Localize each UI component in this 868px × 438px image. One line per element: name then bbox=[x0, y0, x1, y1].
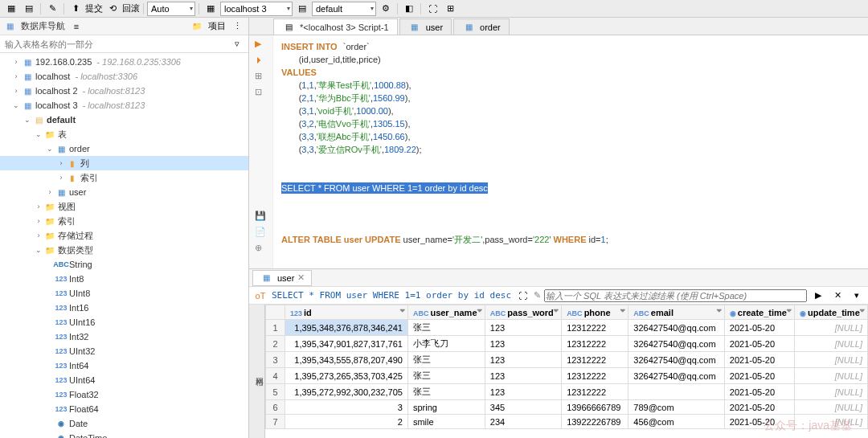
twisty-icon[interactable]: ⌄ bbox=[45, 145, 55, 153]
grid-side-tab[interactable]: 网格 bbox=[249, 305, 265, 438]
cell[interactable]: 张三 bbox=[407, 352, 485, 368]
column-header[interactable]: ◉create_time⏷ bbox=[724, 305, 794, 320]
run-icon[interactable]: ▶ bbox=[255, 39, 268, 51]
cell[interactable]: smile bbox=[407, 415, 485, 429]
table-row[interactable]: 63spring34513966666789789@com2021-05-20[… bbox=[266, 400, 868, 415]
tree-item[interactable]: 123UInt16 bbox=[0, 315, 248, 330]
tree-item[interactable]: ⌄📁数据类型 bbox=[0, 243, 248, 257]
filter-icon[interactable]: ▿ bbox=[229, 37, 245, 51]
twisty-icon[interactable]: › bbox=[34, 231, 43, 239]
cell[interactable]: 张三 bbox=[407, 368, 485, 384]
tree-item[interactable]: 123Int64 bbox=[0, 358, 248, 373]
pin-icon[interactable]: ⊕ bbox=[255, 243, 268, 256]
history-icon[interactable]: ▾ bbox=[849, 289, 865, 303]
tree-filter-input[interactable] bbox=[3, 38, 229, 51]
cell[interactable]: 326427540@qq.com bbox=[628, 320, 724, 336]
tool-icon[interactable]: ⊞ bbox=[442, 2, 458, 16]
twisty-icon[interactable]: › bbox=[56, 174, 66, 182]
cell[interactable]: 张三 bbox=[407, 384, 485, 400]
explain-icon[interactable]: ⊞ bbox=[255, 71, 268, 84]
table-row[interactable]: 21,395,347,901,827,317,761小李飞刀1231231222… bbox=[266, 336, 868, 352]
twisty-icon[interactable]: › bbox=[11, 72, 21, 80]
settings-icon[interactable]: ⚙ bbox=[378, 2, 394, 16]
cell[interactable]: 326427540@qq.com bbox=[628, 336, 724, 352]
save-icon[interactable]: 💾 bbox=[255, 211, 268, 223]
column-header[interactable]: ABCemail⏷ bbox=[628, 305, 724, 320]
tool-icon[interactable]: ✎ bbox=[44, 2, 60, 16]
cell[interactable]: 123 bbox=[485, 368, 561, 384]
cell[interactable]: [NULL] bbox=[794, 336, 867, 352]
cell[interactable]: 2021-05-20 bbox=[724, 384, 794, 400]
rollback-icon[interactable]: ⟲ bbox=[104, 2, 121, 16]
table-row[interactable]: 11,395,348,376,878,346,241张三123123122223… bbox=[266, 320, 868, 336]
stop-icon[interactable]: ⊡ bbox=[255, 87, 268, 100]
cell[interactable]: 2021-05-20 bbox=[724, 336, 794, 352]
twisty-icon[interactable]: ⌄ bbox=[34, 246, 43, 254]
tree-item[interactable]: ⌄▤default bbox=[0, 113, 248, 127]
cell[interactable]: 12312222 bbox=[562, 336, 628, 352]
cell[interactable]: 3 bbox=[285, 400, 408, 415]
filter-icon[interactable]: ⏷ bbox=[477, 307, 483, 314]
cell[interactable]: 1,395,348,376,878,346,241 bbox=[285, 320, 408, 336]
cell[interactable]: 12312222 bbox=[562, 320, 628, 336]
filter-icon[interactable]: ⏷ bbox=[620, 307, 626, 314]
cell[interactable]: 12312222 bbox=[562, 384, 628, 400]
twisty-icon[interactable]: ⌄ bbox=[11, 101, 21, 109]
row-number[interactable]: 1 bbox=[266, 320, 285, 336]
column-header[interactable]: 123id⏷ bbox=[285, 305, 408, 320]
twisty-icon[interactable]: › bbox=[11, 58, 21, 66]
cell[interactable]: [NULL] bbox=[794, 400, 867, 415]
apply-icon[interactable]: ▶ bbox=[810, 289, 826, 303]
auto-combo[interactable]: Auto bbox=[147, 2, 195, 16]
tree-item[interactable]: ABCString bbox=[0, 257, 248, 272]
tree-item[interactable]: ⌄▦localhost 3 - localhost:8123 bbox=[0, 98, 248, 113]
result-filter-input[interactable] bbox=[544, 289, 807, 302]
sql-editor[interactable]: INSERT INTO `order` (id,user_id,title,pr… bbox=[273, 35, 868, 268]
filter-icon[interactable]: ⏷ bbox=[399, 307, 406, 314]
twisty-icon[interactable]: ⌄ bbox=[34, 130, 43, 138]
cell[interactable]: 789@com bbox=[628, 400, 724, 415]
cell[interactable]: 张三 bbox=[407, 320, 485, 336]
nav-tool-icon[interactable]: ≡ bbox=[68, 19, 84, 34]
filter-icon[interactable]: ⏷ bbox=[553, 307, 559, 314]
tree-item[interactable]: ›📁存储过程 bbox=[0, 228, 248, 243]
result-tab-user[interactable]: ▦user✕ bbox=[252, 270, 312, 286]
cell[interactable]: 326427540@qq.com bbox=[628, 352, 724, 368]
twisty-icon[interactable]: › bbox=[34, 203, 43, 211]
filter-icon[interactable]: ⏷ bbox=[786, 307, 792, 314]
row-number[interactable]: 6 bbox=[266, 400, 285, 415]
cell[interactable]: 12312222 bbox=[562, 352, 628, 368]
expand-icon[interactable]: ⛶ bbox=[514, 289, 530, 303]
tree-item[interactable]: ◉DateTime bbox=[0, 431, 248, 438]
table-row[interactable]: 51,395,272,992,300,232,705张三123123122222… bbox=[266, 384, 868, 400]
cell[interactable]: 1,395,347,901,827,317,761 bbox=[285, 336, 408, 352]
tree-item[interactable]: 123UInt8 bbox=[0, 286, 248, 301]
cell[interactable]: 123 bbox=[485, 320, 561, 336]
schema-combo[interactable]: default bbox=[312, 2, 376, 16]
row-number[interactable]: 3 bbox=[266, 352, 285, 368]
cell[interactable]: [NULL] bbox=[794, 368, 867, 384]
cell[interactable]: 13966666789 bbox=[562, 400, 628, 415]
twisty-icon[interactable]: › bbox=[11, 87, 21, 95]
tree-item[interactable]: ›📁视图 bbox=[0, 199, 248, 214]
tree-item[interactable]: ⌄▦order bbox=[0, 141, 248, 156]
cell[interactable] bbox=[628, 384, 724, 400]
query-icon[interactable]: oT bbox=[252, 289, 268, 303]
column-header[interactable]: ABCphone⏷ bbox=[562, 305, 628, 320]
tree-item[interactable]: 123Float32 bbox=[0, 387, 248, 402]
tool-icon[interactable]: ◧ bbox=[401, 2, 417, 16]
tool-icon[interactable]: ▦ bbox=[3, 2, 19, 16]
cell[interactable]: 123 bbox=[485, 384, 561, 400]
filter-icon[interactable]: ⏷ bbox=[859, 307, 866, 314]
tree-item[interactable]: ›▮索引 bbox=[0, 170, 248, 185]
clear-icon[interactable]: ✕ bbox=[829, 289, 845, 303]
cell[interactable]: 326427540@qq.com bbox=[628, 368, 724, 384]
db-tree[interactable]: ›▦192.168.0.235 - 192.168.0.235:3306›▦lo… bbox=[0, 53, 248, 438]
close-icon[interactable]: ✕ bbox=[297, 272, 305, 283]
cell[interactable]: 小李飞刀 bbox=[407, 336, 485, 352]
tree-item[interactable]: 123Int32 bbox=[0, 330, 248, 344]
cell[interactable]: 13922226789 bbox=[562, 415, 628, 429]
cell[interactable]: 2 bbox=[285, 415, 408, 429]
tree-item[interactable]: ›▮列 bbox=[0, 156, 248, 170]
row-number[interactable]: 5 bbox=[266, 384, 285, 400]
